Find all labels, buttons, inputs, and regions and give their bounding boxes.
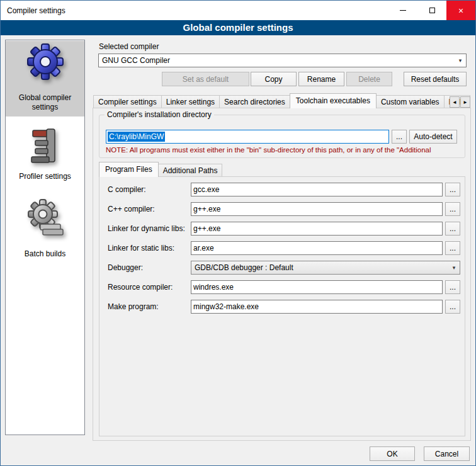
- sidebar: Global compiler settings Profiler settin…: [5, 40, 85, 435]
- c-compiler-input[interactable]: [191, 183, 443, 196]
- auto-detect-button[interactable]: Auto-detect: [409, 130, 457, 144]
- cpp-compiler-input[interactable]: [191, 202, 443, 216]
- installation-directory-input[interactable]: C:\raylib\MinGW: [106, 130, 389, 144]
- cancel-button[interactable]: Cancel: [424, 446, 470, 461]
- form-row-static-linker: Linker for static libs: ...: [99, 241, 465, 255]
- dynamic-linker-input[interactable]: [191, 222, 443, 236]
- form-row-cpp-compiler: C++ compiler: ...: [99, 202, 465, 216]
- executables-subtabstrip: Program Files Additional Paths: [99, 162, 222, 176]
- tab-toolchain-executables[interactable]: Toolchain executables: [290, 93, 377, 108]
- selected-compiler-label: Selected compiler: [99, 42, 159, 51]
- tab-additional-paths[interactable]: Additional Paths: [158, 164, 223, 176]
- static-linker-label: Linker for static libs:: [108, 244, 191, 253]
- installation-directory-note: NOTE: All programs must exist either in …: [106, 146, 463, 154]
- ok-button[interactable]: OK: [370, 446, 415, 461]
- tab-program-files[interactable]: Program Files: [99, 162, 159, 177]
- sidebar-item-label: Batch builds: [10, 249, 81, 259]
- chevron-down-icon: ▾: [448, 264, 460, 271]
- sidebar-item-label: Global compiler settings: [10, 93, 81, 112]
- tab-scroll-right-button[interactable]: ►: [460, 96, 470, 108]
- gray-gear-stack-icon: [25, 198, 65, 238]
- make-program-label: Make program:: [108, 302, 191, 311]
- form-row-make-program: Make program: ...: [99, 300, 465, 314]
- profiler-tool-icon: [25, 125, 65, 166]
- arrow-left-icon: ◄: [452, 99, 457, 105]
- tab-scroll-left-button[interactable]: ◄: [450, 96, 460, 108]
- cpp-compiler-label: C++ compiler:: [108, 205, 191, 213]
- settings-tabstrip: Compiler settings Linker settings Search…: [93, 94, 470, 108]
- tab-search-directories[interactable]: Search directories: [219, 95, 290, 108]
- installation-directory-group: Compiler's installation directory C:\ray…: [99, 115, 465, 158]
- compiler-settings-dialog: Compiler settings × Global compiler sett…: [0, 0, 476, 466]
- make-program-browse-button[interactable]: ...: [445, 300, 460, 314]
- c-compiler-label: C compiler:: [108, 185, 191, 194]
- tab-linker-settings[interactable]: Linker settings: [161, 95, 220, 108]
- form-row-c-compiler: C compiler: ...: [99, 183, 465, 196]
- maximize-icon: [429, 8, 435, 13]
- static-linker-browse-button[interactable]: ...: [445, 241, 460, 255]
- resource-compiler-label: Resource compiler:: [108, 283, 191, 292]
- rename-button[interactable]: Rename: [298, 72, 344, 86]
- form-row-resource-compiler: Resource compiler: ...: [99, 280, 465, 294]
- dynamic-linker-label: Linker for dynamic libs:: [108, 224, 191, 233]
- sidebar-item-global-compiler-settings[interactable]: Global compiler settings: [6, 41, 84, 116]
- set-as-default-button: Set as default: [162, 72, 249, 86]
- chevron-down-icon: ▾: [455, 57, 466, 64]
- resource-compiler-browse-button[interactable]: ...: [445, 280, 460, 294]
- close-button[interactable]: ×: [446, 1, 475, 20]
- debugger-dropdown[interactable]: GDB/CDB debugger : Default ▾: [191, 261, 460, 275]
- window-controls: ×: [388, 1, 475, 20]
- installation-directory-group-label: Compiler's installation directory: [105, 110, 214, 119]
- minimize-button[interactable]: [388, 1, 417, 20]
- form-row-debugger: Debugger: GDB/CDB debugger : Default ▾: [99, 261, 465, 275]
- blue-gear-icon: [25, 43, 65, 83]
- minimize-icon: [400, 10, 406, 11]
- make-program-input[interactable]: [191, 300, 443, 314]
- installation-directory-browse-button[interactable]: ...: [392, 130, 407, 144]
- maximize-button[interactable]: [417, 1, 446, 20]
- dialog-header-title: Global compiler settings: [1, 20, 475, 35]
- debugger-label: Debugger:: [108, 263, 191, 272]
- delete-button: Delete: [346, 72, 392, 86]
- installation-directory-value: C:\raylib\MinGW: [108, 132, 165, 142]
- dynamic-linker-browse-button[interactable]: ...: [445, 222, 460, 236]
- cpp-compiler-browse-button[interactable]: ...: [445, 202, 460, 216]
- window-title: Compiler settings: [7, 6, 65, 15]
- debugger-value: GDB/CDB debugger : Default: [191, 263, 448, 272]
- close-icon: ×: [458, 6, 463, 16]
- c-compiler-browse-button[interactable]: ...: [445, 183, 460, 196]
- tab-custom-variables[interactable]: Custom variables: [376, 95, 445, 108]
- arrow-right-icon: ►: [463, 99, 468, 105]
- selected-compiler-dropdown[interactable]: GNU GCC Compiler ▾: [98, 54, 467, 67]
- selected-compiler-value: GNU GCC Compiler: [99, 56, 455, 65]
- sidebar-item-label: Profiler settings: [10, 172, 81, 181]
- static-linker-input[interactable]: [191, 241, 443, 255]
- resource-compiler-input[interactable]: [191, 280, 443, 294]
- copy-button[interactable]: Copy: [251, 72, 297, 86]
- sidebar-item-profiler-settings[interactable]: Profiler settings: [6, 124, 84, 187]
- form-row-dynamic-linker: Linker for dynamic libs: ...: [99, 222, 465, 236]
- toolchain-form: C compiler: ... C++ compiler: ... Linker…: [99, 183, 465, 319]
- titlebar[interactable]: Compiler settings ×: [1, 1, 475, 20]
- sidebar-item-batch-builds[interactable]: Batch builds: [6, 196, 84, 266]
- reset-defaults-button[interactable]: Reset defaults: [404, 72, 467, 86]
- tab-compiler-settings[interactable]: Compiler settings: [93, 95, 162, 108]
